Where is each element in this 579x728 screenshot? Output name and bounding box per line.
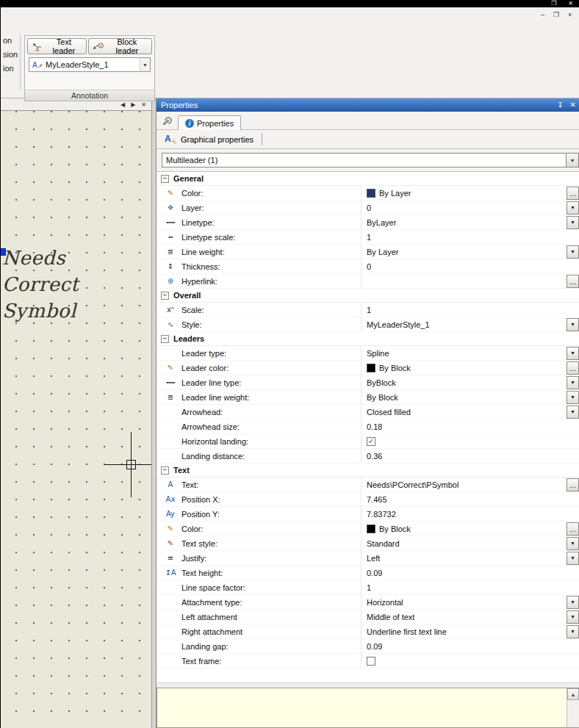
- pin-icon[interactable]: ↧: [557, 98, 563, 112]
- collapse-icon[interactable]: −: [161, 335, 169, 343]
- close-icon[interactable]: ✕: [568, 0, 573, 7]
- dropdown-button[interactable]: ▼: [567, 391, 579, 404]
- dropdown-button[interactable]: ▼: [567, 406, 579, 419]
- properties-panel-title: Properties: [161, 101, 557, 109]
- property-value[interactable]: ✓: [361, 434, 567, 448]
- graphical-properties-button[interactable]: A ✎ Graphical properties: [159, 131, 259, 147]
- property-value[interactable]: [361, 654, 567, 668]
- properties-panel: Properties ↧ ✕ i Properties A ✎: [156, 98, 579, 728]
- section-header-leaders[interactable]: −Leaders: [157, 332, 579, 346]
- property-value[interactable]: By Block: [361, 390, 567, 404]
- dropdown-button[interactable]: ▼: [567, 347, 579, 360]
- checkbox[interactable]: [367, 657, 375, 666]
- ellipsis-button[interactable]: …: [567, 187, 579, 200]
- dropdown-button[interactable]: ▼: [567, 318, 579, 331]
- dropdown-button[interactable]: ▼: [567, 596, 579, 609]
- text-leader-button[interactable]: A Text leader: [27, 38, 87, 54]
- tab-properties-label: Properties: [197, 119, 234, 128]
- property-label: Text height:: [177, 569, 361, 577]
- scroll-up-icon[interactable]: ▲: [567, 688, 579, 700]
- property-value[interactable]: 7.83732: [361, 507, 567, 521]
- dropdown-button[interactable]: ▼: [567, 610, 579, 624]
- linetype-scale-icon: ╍: [164, 233, 177, 241]
- property-value[interactable]: Middle of text: [361, 610, 567, 624]
- block-leader-button[interactable]: 1 Block leader: [88, 38, 152, 54]
- section-title: Leaders: [173, 334, 204, 343]
- section-header-text[interactable]: −Text: [157, 464, 579, 477]
- property-value[interactable]: 1: [361, 303, 567, 317]
- multileader-text[interactable]: Needs Correct Symbol: [2, 245, 79, 324]
- tab-scroll-right-icon[interactable]: ▶: [131, 101, 135, 108]
- property-value[interactable]: 0.36: [361, 449, 567, 463]
- collapse-icon[interactable]: −: [161, 466, 169, 475]
- ellipsis-button[interactable]: …: [567, 275, 579, 288]
- property-value[interactable]: 0.18: [361, 419, 567, 433]
- panel-close-icon[interactable]: ✕: [570, 98, 576, 112]
- property-value[interactable]: MyLeaderStyle_1: [361, 317, 567, 331]
- maximize-icon[interactable]: ❐: [551, 0, 556, 7]
- info-icon: i: [185, 119, 194, 128]
- property-label: Leader type:: [177, 349, 361, 358]
- drawing-canvas[interactable]: Needs Correct Symbol: [1, 111, 151, 728]
- property-value[interactable]: By Layer: [361, 245, 567, 259]
- selection-combo[interactable]: Multileader (1) ▼: [162, 153, 579, 167]
- tab-scroll-left-icon[interactable]: ◀: [121, 101, 125, 108]
- property-label: Position X:: [177, 495, 361, 504]
- doc-restore-icon[interactable]: ❐: [553, 11, 559, 18]
- property-value[interactable]: 0.09: [361, 566, 567, 580]
- property-value[interactable]: ByLayer: [361, 215, 567, 229]
- property-value[interactable]: Standard: [361, 536, 567, 550]
- property-value[interactable]: Underline first text line: [361, 624, 567, 638]
- ellipsis-button[interactable]: …: [567, 361, 579, 375]
- description-splitter[interactable]: [157, 682, 579, 688]
- block-leader-label: Block leader: [106, 37, 148, 55]
- property-value[interactable]: 1: [361, 580, 567, 594]
- property-value[interactable]: By Layer: [361, 186, 567, 200]
- collapse-icon[interactable]: −: [161, 175, 169, 183]
- dropdown-button[interactable]: ▼: [567, 537, 579, 550]
- dropdown-button[interactable]: ▼: [567, 625, 579, 638]
- property-row: ≣Line weight:By Layer▼: [157, 245, 579, 259]
- property-value[interactable]: Closed filled: [361, 405, 567, 419]
- dropdown-button[interactable]: ▼: [567, 552, 579, 565]
- property-value[interactable]: By Block: [361, 361, 567, 375]
- property-value[interactable]: 0.09: [361, 639, 567, 653]
- chevron-down-icon[interactable]: ▼: [140, 58, 150, 71]
- dropdown-button[interactable]: ▼: [567, 216, 579, 229]
- checkbox[interactable]: ✓: [367, 437, 375, 446]
- property-value[interactable]: 1: [361, 230, 567, 244]
- property-label: Landing distance:: [177, 452, 361, 461]
- properties-panel-header[interactable]: Properties ↧ ✕: [157, 98, 579, 112]
- description-text: [157, 688, 567, 727]
- ellipsis-button[interactable]: …: [567, 522, 579, 536]
- property-value[interactable]: 0: [361, 201, 567, 215]
- property-control: ▼: [567, 245, 579, 259]
- section-header-overall[interactable]: −Overall: [157, 289, 579, 303]
- leader-style-combo[interactable]: A MyLeaderStyle_1 ▼: [29, 57, 151, 72]
- doc-minimize-icon[interactable]: –: [541, 11, 544, 18]
- property-value[interactable]: 0: [361, 259, 567, 273]
- tab-properties[interactable]: i Properties: [178, 115, 241, 130]
- value-text: Horizontal: [367, 598, 403, 607]
- doc-close-icon[interactable]: ×: [568, 11, 572, 18]
- property-value[interactable]: Horizontal: [361, 595, 567, 609]
- property-value[interactable]: Needs\PCorrect\PSymbol: [361, 477, 567, 491]
- dropdown-button[interactable]: ▼: [567, 201, 579, 215]
- property-label: Position Y:: [177, 510, 361, 519]
- value-text: 7.465: [367, 495, 387, 504]
- dropdown-button[interactable]: ▼: [567, 376, 579, 389]
- property-value[interactable]: Left: [361, 551, 567, 565]
- tab-close-icon[interactable]: ✕: [141, 101, 146, 108]
- dropdown-button[interactable]: ▼: [567, 245, 579, 259]
- property-value[interactable]: By Block: [361, 522, 567, 536]
- section-header-general[interactable]: −General: [157, 172, 579, 186]
- collapse-icon[interactable]: −: [161, 292, 169, 300]
- property-row: ≣Leader line weight:By Block▼: [157, 390, 579, 405]
- property-value[interactable]: 7.465: [361, 492, 567, 506]
- chevron-down-icon[interactable]: ▼: [566, 154, 578, 167]
- description-scrollbar[interactable]: ▲: [567, 688, 579, 727]
- property-value[interactable]: Spline: [361, 346, 567, 360]
- property-value[interactable]: ByBlock: [361, 375, 567, 389]
- property-value[interactable]: [361, 274, 567, 288]
- ellipsis-button[interactable]: …: [567, 478, 579, 491]
